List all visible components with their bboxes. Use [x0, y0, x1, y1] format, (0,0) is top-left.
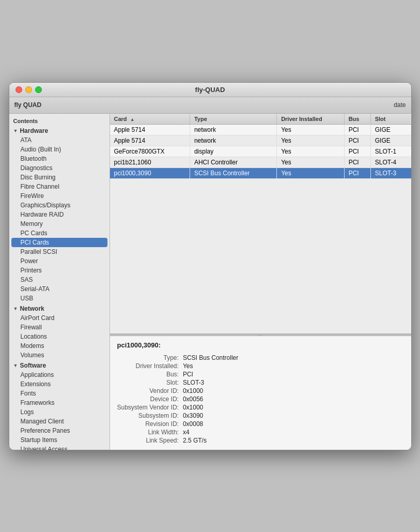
- sidebar-item-pc-cards[interactable]: PC Cards: [9, 229, 110, 238]
- table-section: Card ▲ Type Driver Installed Bus Slot Ap…: [110, 114, 411, 334]
- sidebar-item-startup-items[interactable]: Startup Items: [9, 435, 110, 445]
- detail-label: Link Speed:: [117, 437, 179, 444]
- sidebar-item-extensions[interactable]: Extensions: [9, 379, 110, 389]
- sidebar-group-network-label: Network: [20, 305, 44, 312]
- table-row[interactable]: Apple 5714networkYesPCIGIGE: [110, 135, 411, 146]
- sidebar-item-parallel-scsi[interactable]: Parallel SCSI: [9, 247, 110, 256]
- sidebar-item-firewall[interactable]: Firewall: [9, 323, 110, 332]
- detail-label: Driver Installed:: [117, 362, 179, 370]
- cell-bus: PCI: [344, 157, 370, 168]
- sidebar-item-fonts[interactable]: Fonts: [9, 389, 110, 398]
- date-label: date: [394, 101, 406, 109]
- maximize-button[interactable]: [35, 86, 42, 93]
- detail-label: Subsystem ID:: [117, 412, 179, 419]
- sidebar-section-network: ▼ Network AirPort Card Firewall Location…: [9, 304, 110, 360]
- table-row[interactable]: GeForce7800GTXdisplayYesPCISLOT-1: [110, 146, 411, 157]
- triangle-icon-network: ▼: [13, 306, 18, 311]
- detail-grid: Type:SCSI Bus ControllerDriver Installed…: [117, 354, 404, 444]
- sidebar-item-graphics[interactable]: Graphics/Displays: [9, 201, 110, 210]
- sidebar-item-diagnostics[interactable]: Diagnostics: [9, 163, 110, 173]
- sidebar-item-hardware-raid[interactable]: Hardware RAID: [9, 210, 110, 219]
- sidebar-item-power[interactable]: Power: [9, 256, 110, 266]
- detail-value: 0x1000: [183, 404, 404, 411]
- table-row[interactable]: Apple 5714networkYesPCIGIGE: [110, 124, 411, 135]
- detail-label: Vendor ID:: [117, 387, 179, 394]
- sidebar-item-modems[interactable]: Modems: [9, 341, 110, 351]
- sidebar-section-hardware: ▼ Hardware ATA Audio (Built In) Bluetoot…: [9, 126, 110, 303]
- col-driver[interactable]: Driver Installed: [277, 114, 344, 125]
- sidebar-item-preference-panes[interactable]: Preference Panes: [9, 426, 110, 435]
- sidebar: Contents ▼ Hardware ATA Audio (Built In)…: [9, 114, 110, 450]
- sidebar-item-fibre-channel[interactable]: Fibre Channel: [9, 182, 110, 191]
- table-row[interactable]: pci1000,3090SCSI Bus ControllerYesPCISLO…: [110, 168, 411, 178]
- detail-value: x4: [183, 429, 404, 436]
- sidebar-item-managed-client[interactable]: Managed Client: [9, 417, 110, 426]
- detail-value: 0x0056: [183, 396, 404, 403]
- cell-card: Apple 5714: [110, 124, 190, 135]
- detail-label: Link Width:: [117, 429, 179, 436]
- col-type[interactable]: Type: [190, 114, 276, 125]
- cell-driver_installed: Yes: [277, 124, 344, 135]
- detail-title: pci1000,3090:: [117, 341, 404, 349]
- sidebar-item-sas[interactable]: SAS: [9, 275, 110, 284]
- sidebar-item-printers[interactable]: Printers: [9, 266, 110, 275]
- cell-slot: SLOT-3: [370, 168, 411, 178]
- cell-driver_installed: Yes: [277, 135, 344, 146]
- cell-slot: GIGE: [370, 135, 411, 146]
- app-name: fly QUAD: [14, 101, 42, 109]
- sidebar-item-memory[interactable]: Memory: [9, 219, 110, 229]
- main-window: fly-QUAD fly QUAD date Contents ▼ Hardwa…: [9, 82, 412, 450]
- sidebar-group-hardware-label: Hardware: [20, 127, 48, 134]
- col-card[interactable]: Card ▲: [110, 114, 190, 125]
- sidebar-item-audio[interactable]: Audio (Built In): [9, 145, 110, 154]
- detail-value: 0x0008: [183, 420, 404, 428]
- col-bus[interactable]: Bus: [344, 114, 370, 125]
- sidebar-group-software[interactable]: ▼ Software: [9, 361, 110, 370]
- sidebar-item-logs[interactable]: Logs: [9, 407, 110, 417]
- cell-slot: GIGE: [370, 124, 411, 135]
- minimize-button[interactable]: [25, 86, 32, 93]
- detail-label: Type:: [117, 354, 179, 361]
- cell-card: Apple 5714: [110, 135, 190, 146]
- cell-slot: SLOT-4: [370, 157, 411, 168]
- cell-card: pci1b21,1060: [110, 157, 190, 168]
- col-slot[interactable]: Slot: [370, 114, 411, 125]
- sidebar-item-universal-access[interactable]: Universal Access: [9, 445, 110, 450]
- sidebar-section-software: ▼ Software Applications Extensions Fonts…: [9, 361, 110, 450]
- window-title: fly-QUAD: [195, 86, 225, 94]
- cell-slot: SLOT-1: [370, 146, 411, 157]
- table-row[interactable]: pci1b21,1060AHCI ControllerYesPCISLOT-4: [110, 157, 411, 168]
- cell-card: pci1000,3090: [110, 168, 190, 178]
- triangle-icon-software: ▼: [13, 363, 18, 368]
- sidebar-item-disc-burning[interactable]: Disc Burning: [9, 173, 110, 182]
- table-header: Card ▲ Type Driver Installed Bus Slot: [110, 114, 411, 125]
- sidebar-group-software-label: Software: [20, 362, 46, 369]
- detail-label: Bus:: [117, 371, 179, 378]
- sidebar-item-frameworks[interactable]: Frameworks: [9, 398, 110, 407]
- sidebar-group-network[interactable]: ▼ Network: [9, 304, 110, 313]
- sidebar-item-ata[interactable]: ATA: [9, 135, 110, 145]
- detail-label: Revision ID:: [117, 420, 179, 428]
- sidebar-item-firewire[interactable]: FireWire: [9, 191, 110, 201]
- sidebar-header: Contents: [9, 116, 110, 126]
- cell-bus: PCI: [344, 135, 370, 146]
- table-body: Apple 5714networkYesPCIGIGEApple 5714net…: [110, 124, 411, 178]
- detail-value: 0x3090: [183, 412, 404, 419]
- sidebar-item-applications[interactable]: Applications: [9, 370, 110, 379]
- sidebar-item-volumes[interactable]: Volumes: [9, 351, 110, 360]
- sidebar-item-usb[interactable]: USB: [9, 294, 110, 303]
- cell-card: GeForce7800GTX: [110, 146, 190, 157]
- sidebar-item-locations[interactable]: Locations: [9, 332, 110, 341]
- cell-driver_installed: Yes: [277, 157, 344, 168]
- sidebar-item-airport[interactable]: AirPort Card: [9, 313, 110, 323]
- sidebar-item-serial-ata[interactable]: Serial-ATA: [9, 284, 110, 294]
- sidebar-group-hardware[interactable]: ▼ Hardware: [9, 126, 110, 135]
- detail-section: pci1000,3090: Type:SCSI Bus ControllerDr…: [110, 336, 411, 450]
- sidebar-item-pci-cards[interactable]: PCI Cards: [11, 238, 107, 247]
- cell-bus: PCI: [344, 146, 370, 157]
- detail-value: SLOT-3: [183, 379, 404, 386]
- traffic-lights: [15, 86, 42, 93]
- sidebar-item-bluetooth[interactable]: Bluetooth: [9, 154, 110, 163]
- close-button[interactable]: [15, 86, 22, 93]
- cell-driver_installed: Yes: [277, 168, 344, 178]
